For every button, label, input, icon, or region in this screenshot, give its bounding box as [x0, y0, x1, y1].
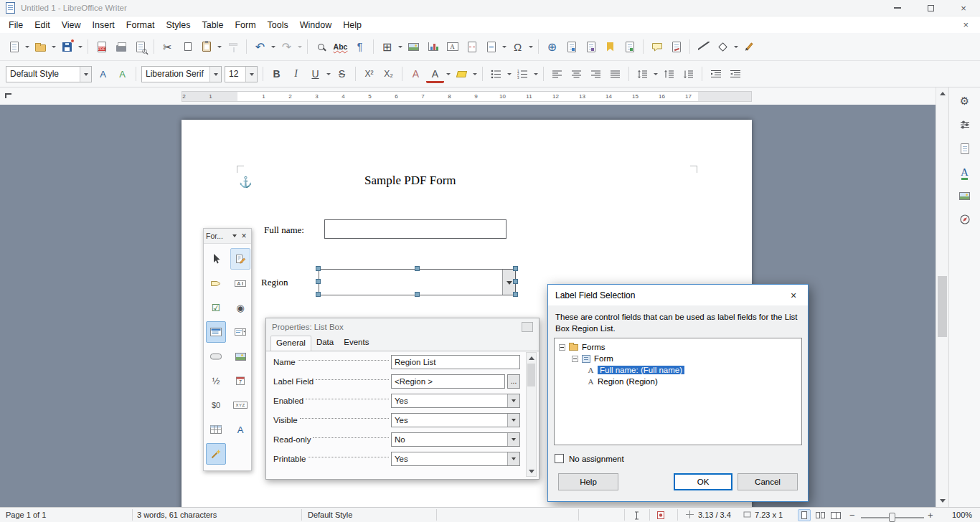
label-field-input[interactable]: <Region >	[391, 374, 505, 389]
print-preview-button[interactable]	[131, 37, 149, 56]
paste-dropdown[interactable]	[216, 37, 223, 56]
scroll-down-arrow[interactable]	[527, 466, 536, 476]
chevron-down-icon[interactable]	[507, 433, 519, 446]
tree-row-region[interactable]: A Region (Region)	[555, 376, 801, 387]
ok-button[interactable]: OK	[674, 473, 732, 490]
select-tool-button[interactable]	[206, 248, 226, 270]
bullet-list-button[interactable]	[487, 65, 505, 83]
special-character-button[interactable]: Ω	[509, 37, 527, 56]
selection-handle[interactable]	[513, 279, 518, 284]
printable-select[interactable]: Yes	[391, 452, 520, 466]
bold-button[interactable]: B	[268, 65, 286, 83]
chevron-down-icon[interactable]	[80, 67, 91, 82]
push-button-control-button[interactable]	[206, 346, 226, 367]
sidebar-properties-button[interactable]	[954, 115, 976, 135]
insert-bookmark-button[interactable]	[601, 37, 619, 56]
save-button[interactable]	[58, 37, 76, 56]
basic-shapes-dropdown[interactable]	[732, 37, 740, 56]
enabled-select[interactable]: Yes	[391, 394, 520, 408]
chevron-down-icon[interactable]	[507, 394, 519, 407]
menu-window[interactable]: Window	[294, 18, 337, 32]
redo-dropdown[interactable]	[296, 37, 303, 56]
insert-table-dropdown[interactable]	[397, 37, 404, 56]
undo-button[interactable]: ↶	[251, 37, 269, 56]
menu-form[interactable]: Form	[229, 18, 261, 32]
label-field-tree[interactable]: Forms Form A Full name: (Full name) A Re…	[554, 338, 802, 445]
horizontal-ruler[interactable]: 2 1 1 2 3 4 5 6 7 8 9 10 11 12 13 14 15 …	[182, 91, 752, 102]
cut-button[interactable]: ✂	[159, 37, 176, 56]
scrollbar-thumb[interactable]	[938, 276, 947, 337]
insert-field-button[interactable]	[482, 37, 500, 56]
new-style-button[interactable]: A	[113, 65, 131, 83]
dialog-titlebar[interactable]: Label Field Selection ×	[548, 285, 808, 305]
chevron-down-icon[interactable]	[507, 452, 519, 465]
table-control-button[interactable]	[206, 419, 226, 440]
text-box-control-button[interactable]: A	[230, 272, 250, 294]
undo-dropdown[interactable]	[270, 37, 277, 56]
menu-styles[interactable]: Styles	[160, 18, 196, 32]
selection-handle[interactable]	[513, 292, 518, 297]
copy-button[interactable]	[178, 37, 196, 56]
spelling-button[interactable]: Abc	[331, 37, 349, 56]
basic-shapes-button[interactable]	[714, 37, 732, 56]
page-style-status[interactable]: Default Style	[308, 511, 352, 519]
sidebar-gallery-button[interactable]	[954, 186, 976, 206]
selection-handle[interactable]	[415, 266, 420, 271]
tree-item-label[interactable]: Region (Region)	[598, 377, 658, 386]
chevron-down-icon[interactable]	[245, 67, 257, 82]
zoom-out-button[interactable]: −	[849, 510, 855, 521]
highlight-color-button[interactable]	[453, 65, 471, 83]
selection-handle[interactable]	[513, 266, 518, 271]
clone-formatting-button[interactable]	[224, 37, 242, 56]
menu-edit[interactable]: Edit	[29, 18, 56, 32]
scroll-up-arrow[interactable]	[936, 87, 948, 100]
numbered-list-dropdown[interactable]	[532, 65, 540, 83]
selection-handle[interactable]	[415, 292, 420, 297]
full-name-text-field[interactable]	[324, 219, 507, 239]
font-size-combo[interactable]: 12	[225, 66, 258, 82]
control-wizards-button[interactable]	[206, 443, 226, 465]
tree-item-label-selected[interactable]: Full name: (Full name)	[598, 366, 684, 374]
menu-view[interactable]: View	[56, 18, 87, 32]
line-spacing-button[interactable]	[633, 65, 651, 83]
line-spacing-dropdown[interactable]	[652, 65, 659, 83]
clear-formatting-button[interactable]: A	[407, 65, 425, 83]
find-replace-button[interactable]	[312, 37, 330, 56]
insert-image-button[interactable]	[405, 37, 423, 56]
help-button[interactable]: Help	[558, 473, 618, 490]
scroll-down-arrow[interactable]	[936, 495, 948, 507]
underline-dropdown[interactable]	[325, 65, 332, 83]
document-modified-icon[interactable]	[656, 511, 665, 520]
read-only-select[interactable]: No	[391, 432, 520, 447]
document-heading[interactable]: Sample PDF Form	[364, 174, 456, 188]
image-button-control-button[interactable]	[230, 346, 250, 367]
sidebar-styles-button[interactable]: A	[954, 162, 976, 182]
properties-scrollbar[interactable]	[526, 352, 537, 477]
insert-page-break-button[interactable]	[463, 37, 481, 56]
insert-comment-button[interactable]	[648, 37, 666, 56]
page-number-status[interactable]: Page 1 of 1	[6, 511, 46, 519]
chevron-down-icon[interactable]	[507, 414, 519, 427]
menu-format[interactable]: Format	[121, 18, 161, 32]
collapse-icon[interactable]	[572, 356, 578, 362]
strikethrough-button[interactable]: S	[333, 65, 351, 83]
decrease-indent-button[interactable]	[726, 65, 744, 83]
label-field-button[interactable]	[206, 272, 226, 294]
superscript-button[interactable]: X²	[360, 65, 378, 83]
vertical-scrollbar[interactable]	[936, 87, 948, 507]
book-view-button[interactable]	[829, 509, 842, 521]
open-button[interactable]	[32, 37, 50, 56]
tree-row-forms[interactable]: Forms	[555, 341, 801, 353]
special-character-dropdown[interactable]	[527, 37, 534, 56]
insert-chart-button[interactable]	[424, 37, 442, 56]
new-document-button[interactable]	[5, 37, 23, 56]
menu-insert[interactable]: Insert	[87, 18, 121, 32]
formatted-field-button[interactable]: ½	[206, 370, 226, 392]
scroll-up-arrow[interactable]	[527, 353, 536, 363]
sidebar-settings-button[interactable]: ⚙	[954, 91, 976, 111]
update-style-button[interactable]: A	[94, 65, 112, 83]
underline-button[interactable]: U	[306, 65, 324, 83]
visible-select[interactable]: Yes	[391, 413, 520, 427]
menu-tools[interactable]: Tools	[262, 18, 294, 32]
new-dropdown[interactable]	[24, 37, 31, 56]
